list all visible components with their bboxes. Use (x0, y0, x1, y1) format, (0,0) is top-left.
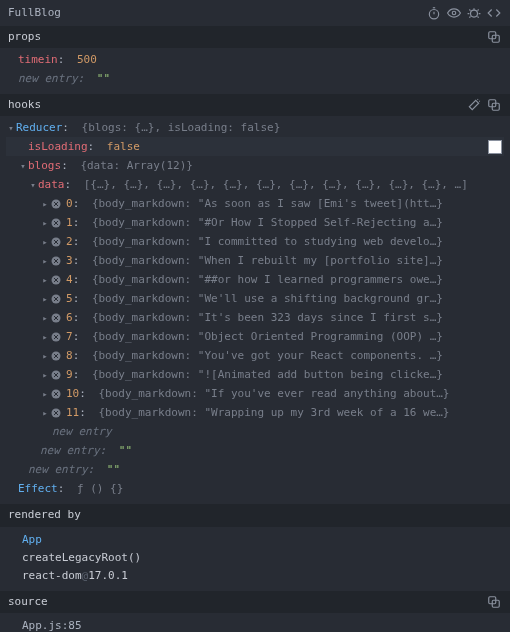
checkbox[interactable] (488, 140, 502, 154)
remove-icon[interactable] (50, 217, 62, 229)
component-name: FullBlog (8, 4, 61, 22)
new-entry-label: new entry (18, 70, 78, 88)
array-item-preview: {body_markdown: "As soon as I saw [Emi's… (92, 195, 443, 213)
caret-right-icon[interactable]: ▸ (40, 311, 50, 326)
props-label: props (8, 28, 41, 46)
array-item-row[interactable]: ▸9: {body_markdown: "![Animated add butt… (6, 365, 504, 384)
array-item-preview: {body_markdown: "#Or How I Stopped Self-… (92, 214, 443, 232)
caret-down-icon[interactable]: ▾ (28, 178, 38, 193)
remove-icon[interactable] (50, 312, 62, 324)
rendered-by-app-link[interactable]: App (0, 531, 510, 549)
new-entry-value: "" (97, 70, 110, 88)
new-entry-outer[interactable]: new entry: "" (6, 460, 504, 479)
data-preview: [{…}, {…}, {…}, {…}, {…}, {…}, {…}, {…},… (84, 176, 468, 194)
array-item-row[interactable]: ▸3: {body_markdown: "When I rebuilt my [… (6, 251, 504, 270)
array-item-row[interactable]: ▸1: {body_markdown: "#Or How I Stopped S… (6, 213, 504, 232)
array-index: 4 (66, 271, 73, 289)
caret-right-icon[interactable]: ▸ (40, 292, 50, 307)
array-item-preview: {body_markdown: "I committed to studying… (92, 233, 443, 251)
svg-point-4 (471, 10, 478, 17)
magic-wand-icon[interactable] (464, 96, 484, 114)
array-index: 10 (66, 385, 79, 403)
array-index: 1 (66, 214, 73, 232)
copy-icon[interactable] (484, 96, 504, 114)
source-content: App.js:85 (0, 613, 510, 632)
remove-icon[interactable] (50, 388, 62, 400)
array-item-row[interactable]: ▸7: {body_markdown: "Object Oriented Pro… (6, 327, 504, 346)
array-item-row[interactable]: ▸5: {body_markdown: "We'll use a shiftin… (6, 289, 504, 308)
bug-icon[interactable] (464, 4, 484, 22)
copy-icon[interactable] (484, 28, 504, 46)
array-item-row[interactable]: ▸11: {body_markdown: "Wrapping up my 3rd… (6, 403, 504, 422)
caret-right-icon[interactable]: ▸ (40, 235, 50, 250)
new-entry-inner[interactable]: new entry (6, 422, 504, 441)
array-item-preview: {body_markdown: "Object Oriented Program… (92, 328, 443, 346)
prop-new-entry[interactable]: new entry: "" (6, 69, 504, 88)
array-item-row[interactable]: ▸0: {body_markdown: "As soon as I saw [E… (6, 194, 504, 213)
remove-icon[interactable] (50, 350, 62, 362)
hooks-label: hooks (8, 96, 41, 114)
array-item-preview: {body_markdown: "##or how I learned prog… (92, 271, 443, 289)
caret-right-icon[interactable]: ▸ (40, 330, 50, 345)
remove-icon[interactable] (50, 407, 62, 419)
hook-reducer-row[interactable]: ▾ Reducer: {blogs: {…}, isLoading: false… (6, 118, 504, 137)
eye-icon[interactable] (444, 4, 464, 22)
array-item-row[interactable]: ▸10: {body_markdown: "If you've ever rea… (6, 384, 504, 403)
caret-right-icon[interactable]: ▸ (40, 197, 50, 212)
array-item-row[interactable]: ▸8: {body_markdown: "You've got your Rea… (6, 346, 504, 365)
caret-right-icon[interactable]: ▸ (40, 216, 50, 231)
array-item-preview: {body_markdown: "When I rebuilt my [port… (92, 252, 443, 270)
caret-right-icon[interactable]: ▸ (40, 406, 50, 421)
copy-icon[interactable] (484, 593, 504, 611)
array-item-preview: {body_markdown: "It's been 323 days sinc… (92, 309, 443, 327)
svg-point-3 (452, 11, 456, 15)
array-item-row[interactable]: ▸4: {body_markdown: "##or how I learned … (6, 270, 504, 289)
caret-right-icon[interactable]: ▸ (40, 254, 50, 269)
remove-icon[interactable] (50, 369, 62, 381)
caret-right-icon[interactable]: ▸ (40, 368, 50, 383)
rendered-by-react-dom: react-dom@17.0.1 (0, 567, 510, 585)
effect-value: ƒ () {} (77, 480, 123, 498)
caret-right-icon[interactable]: ▸ (40, 387, 50, 402)
state-isloading-row[interactable]: isLoading: false (6, 137, 504, 156)
remove-icon[interactable] (50, 255, 62, 267)
state-data-row[interactable]: ▾ data: [{…}, {…}, {…}, {…}, {…}, {…}, {… (6, 175, 504, 194)
props-section-header: props (0, 26, 510, 48)
remove-icon[interactable] (50, 198, 62, 210)
array-index: 0 (66, 195, 73, 213)
remove-icon[interactable] (50, 293, 62, 305)
source-label: source (8, 593, 48, 611)
new-entry-mid[interactable]: new entry: "" (6, 441, 504, 460)
prop-value: 500 (77, 51, 97, 69)
caret-right-icon[interactable]: ▸ (40, 273, 50, 288)
suspend-icon[interactable] (424, 4, 444, 22)
array-item-preview: {body_markdown: "We'll use a shifting ba… (92, 290, 443, 308)
rendered-by-create-legacy: createLegacyRoot() (0, 549, 510, 567)
array-item-preview: {body_markdown: "If you've ever read any… (99, 385, 450, 403)
caret-down-icon[interactable]: ▾ (6, 121, 16, 136)
prop-timein[interactable]: timein: 500 (6, 50, 504, 69)
source-file[interactable]: App.js:85 (0, 617, 510, 632)
effect-label: Effect (18, 480, 58, 498)
array-index: 7 (66, 328, 73, 346)
isloading-value: false (107, 138, 140, 156)
view-source-icon[interactable] (484, 4, 504, 22)
hook-effect-row[interactable]: Effect: ƒ () {} (6, 479, 504, 498)
caret-right-icon[interactable]: ▸ (40, 349, 50, 364)
isloading-key: isLoading (28, 138, 88, 156)
rendered-by-section-header: rendered by (0, 504, 510, 526)
remove-icon[interactable] (50, 236, 62, 248)
caret-down-icon[interactable]: ▾ (18, 159, 28, 174)
prop-key: timein (18, 51, 58, 69)
hooks-tree: ▾ Reducer: {blogs: {…}, isLoading: false… (0, 116, 510, 504)
hooks-section-header: hooks (0, 94, 510, 116)
array-index: 2 (66, 233, 73, 251)
array-index: 11 (66, 404, 79, 422)
array-item-row[interactable]: ▸2: {body_markdown: "I committed to stud… (6, 232, 504, 251)
props-tree: timein: 500 new entry: "" (0, 48, 510, 94)
remove-icon[interactable] (50, 274, 62, 286)
array-item-row[interactable]: ▸6: {body_markdown: "It's been 323 days … (6, 308, 504, 327)
state-blogs-row[interactable]: ▾ blogs: {data: Array(12)} (6, 156, 504, 175)
blogs-key: blogs (28, 157, 61, 175)
remove-icon[interactable] (50, 331, 62, 343)
